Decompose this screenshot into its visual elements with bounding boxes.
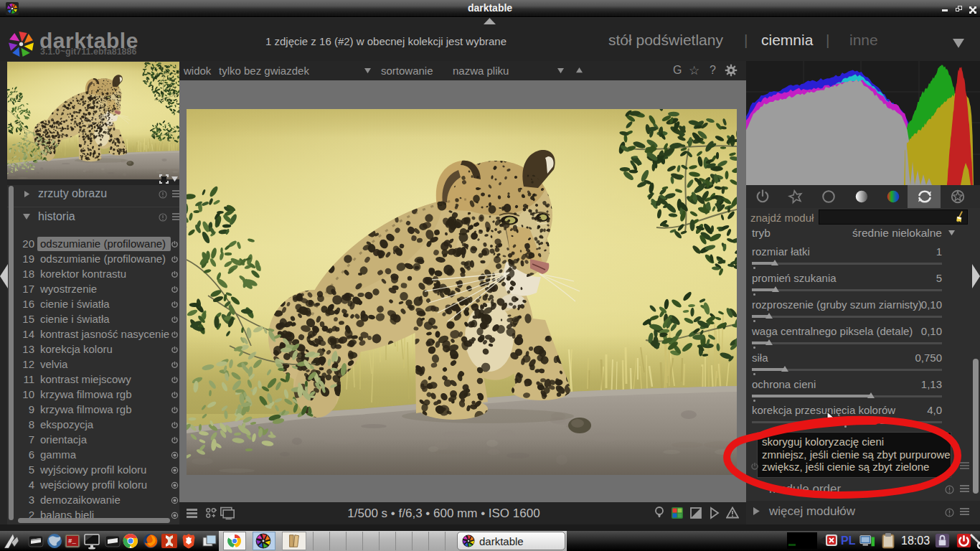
svg-text:#_: #_ (68, 538, 76, 545)
